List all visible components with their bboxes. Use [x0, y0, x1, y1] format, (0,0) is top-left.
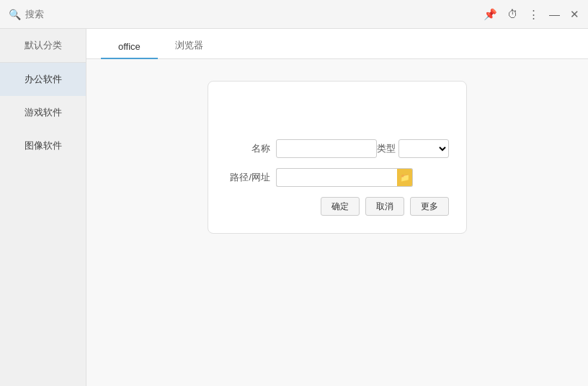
content-area: office 浏览器 名称 类型 应用 [86, 29, 588, 386]
folder-icon: 📁 [400, 173, 410, 183]
type-select[interactable]: 应用 网址 [398, 139, 449, 158]
minimize-button[interactable]: — [549, 9, 560, 19]
main-layout: 默认分类 办公软件 游戏软件 图像软件 office 浏览器 [0, 29, 588, 386]
path-input-wrap: 📁 [276, 168, 413, 187]
name-input[interactable] [276, 139, 377, 158]
action-row: 确定 取消 更多 [226, 197, 449, 216]
sidebar: 默认分类 办公软件 游戏软件 图像软件 [0, 29, 86, 386]
name-type-row: 名称 类型 应用 网址 [226, 139, 449, 158]
path-row: 路径/网址 📁 [226, 168, 449, 187]
cancel-button[interactable]: 取消 [365, 197, 404, 216]
more-menu-icon[interactable]: ⋮ [528, 9, 539, 19]
sidebar-item-label: 办公软件 [24, 74, 62, 84]
type-label: 类型 [377, 142, 398, 155]
card-top-space [226, 96, 449, 139]
confirm-button[interactable]: 确定 [321, 197, 360, 216]
titlebar-left: 🔍 [9, 9, 112, 20]
sidebar-item-game-software[interactable]: 游戏软件 [0, 96, 86, 129]
sidebar-item-label: 图像软件 [24, 140, 62, 151]
tab-office[interactable]: office [101, 35, 158, 59]
close-button[interactable]: ✕ [570, 9, 579, 19]
more-button[interactable]: 更多 [410, 197, 449, 216]
path-browse-button[interactable]: 📁 [397, 168, 413, 187]
tab-content-office: 名称 类型 应用 网址 路径/网址 📁 [86, 59, 588, 386]
tab-browser[interactable]: 浏览器 [158, 33, 220, 59]
sidebar-item-label: 游戏软件 [24, 107, 62, 118]
search-icon: 🔍 [9, 9, 21, 20]
path-input[interactable] [276, 168, 397, 187]
titlebar: 🔍 📌 ⏱ ⋮ — ✕ [0, 0, 588, 29]
name-label: 名称 [226, 142, 276, 155]
sidebar-header: 默认分类 [0, 29, 86, 63]
titlebar-actions: 📌 ⏱ ⋮ — ✕ [484, 9, 579, 19]
history-icon[interactable]: ⏱ [507, 9, 518, 19]
tab-bar: office 浏览器 [86, 29, 588, 59]
sidebar-item-office-software[interactable]: 办公软件 [0, 63, 86, 96]
search-input[interactable] [25, 9, 112, 19]
pin-icon[interactable]: 📌 [484, 9, 497, 19]
sidebar-header-label: 默认分类 [24, 40, 62, 51]
form-card: 名称 类型 应用 网址 路径/网址 📁 [208, 81, 467, 234]
sidebar-item-image-software[interactable]: 图像软件 [0, 129, 86, 162]
path-label: 路径/网址 [226, 171, 276, 184]
